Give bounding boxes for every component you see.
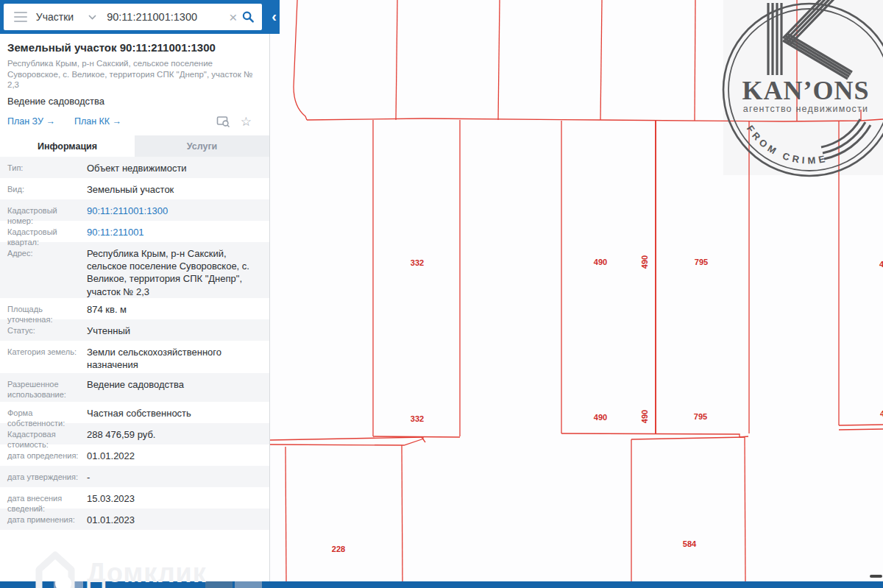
info-row: Тип:Объект недвижимости (0, 157, 269, 178)
info-value-link[interactable]: 90:11:211001 (87, 221, 152, 242)
info-row: Форма собственности:Частная собственност… (0, 402, 269, 423)
collapse-panel-chevron-icon[interactable]: ‹ (272, 9, 277, 24)
info-label: Кадастровая стоимость: (0, 423, 87, 444)
info-row: Вид:Земельный участок (0, 178, 269, 199)
info-value: 01.01.2023 (87, 509, 142, 530)
parcel-area-label: 584 (683, 539, 697, 548)
info-value: Земли сельскохозяйственного назначения (87, 341, 269, 373)
favorite-star-icon[interactable]: ☆ (241, 116, 252, 128)
info-row: дата внесения сведений:15.03.2023 (0, 487, 269, 509)
info-label: Категория земель: (0, 341, 87, 373)
info-value-link[interactable]: 90:11:211001:1300 (87, 199, 175, 221)
panel-tabs: Информация Услуги (0, 135, 269, 157)
info-label: Разрешенное использование: (0, 373, 87, 402)
search-icon[interactable] (241, 9, 255, 25)
parcel-area-label: 490 (594, 413, 607, 422)
object-attributes-table: Тип:Объект недвижимостиВид:Земельный уча… (0, 157, 269, 530)
parcel-area-label: 332 (411, 258, 424, 267)
info-value: Республика Крым, р-н Сакский, сельское п… (87, 242, 269, 298)
object-usage: Ведение садоводства (7, 96, 262, 107)
parcel-area-labels: 33249049079543324904907954228584 (332, 255, 883, 553)
info-value: 288 476,59 руб. (87, 423, 163, 444)
plan-links-row: План ЗУ → План КК → ☆ (7, 114, 262, 129)
search-input[interactable] (107, 11, 224, 23)
domclick-watermark-text: Домклик (87, 558, 207, 588)
info-row: Площадь уточненная:874 кв. м (0, 298, 269, 319)
parcel-area-label: 490 (594, 258, 607, 266)
info-value: Частная собственность (87, 402, 199, 423)
domclick-watermark: Домклик (34, 549, 207, 588)
parcel-area-label: 228 (332, 545, 345, 553)
parcel-area-label: 4 (880, 409, 883, 418)
page-title: Земельный участок 90:11:211001:1300 (7, 41, 262, 54)
info-label: Адрес: (0, 242, 87, 298)
info-row: Адрес:Республика Крым, р-н Сакский, сель… (0, 242, 269, 298)
parcel-area-label: 490 (640, 255, 649, 269)
header-icons: ☆ (216, 116, 252, 128)
object-address: Республика Крым, р-н Сакский, сельское п… (7, 58, 258, 91)
menu-hamburger-icon[interactable] (14, 10, 27, 24)
info-row: дата утверждения:- (0, 466, 269, 487)
info-label: Кадастровый квартал: (0, 221, 87, 242)
info-label: дата применения: (0, 509, 87, 530)
chevron-down-icon (88, 15, 96, 20)
info-value: Учтенный (87, 319, 138, 341)
info-value: 15.03.2023 (87, 487, 142, 509)
info-value: 874 кв. м (87, 298, 134, 319)
info-row: Кадастровый номер:90:11:211001:1300 (0, 199, 269, 221)
app-window: 33249049079543324904907954228584 KAN’ONS… (0, 0, 883, 588)
info-label: Вид: (0, 178, 87, 199)
info-label: Площадь уточненная: (0, 298, 87, 319)
info-row: Категория земель:Земли сельскохозяйствен… (0, 341, 269, 373)
info-value: Ведение садоводства (87, 373, 191, 402)
tab-services[interactable]: Услуги (135, 135, 269, 157)
info-row: Разрешенное использование:Ведение садово… (0, 373, 269, 402)
bottom-bar-segment[interactable] (235, 581, 262, 588)
info-value: Объект недвижимости (87, 157, 194, 178)
plan-zu-link[interactable]: План ЗУ → (7, 116, 55, 127)
search-category-select[interactable]: Участки (36, 11, 96, 23)
info-value: Земельный участок (87, 178, 181, 199)
info-label: Статус: (0, 319, 87, 341)
info-label: дата определения: (0, 444, 87, 466)
horizontal-scrollbar-thumb[interactable] (870, 575, 882, 578)
info-label: Форма собственности: (0, 402, 87, 423)
search-category-label: Участки (36, 11, 74, 23)
info-label: дата утверждения: (0, 466, 87, 487)
info-label: дата внесения сведений: (0, 487, 87, 509)
info-value: - (87, 466, 97, 487)
parcel-area-label: 332 (411, 414, 424, 423)
info-row: Статус:Учтенный (0, 319, 269, 341)
info-value: 01.01.2022 (87, 444, 142, 466)
info-label: Тип: (0, 157, 87, 178)
tab-information[interactable]: Информация (0, 135, 135, 157)
info-label: Кадастровый номер: (0, 199, 87, 221)
parcel-area-label: 490 (640, 410, 649, 423)
parcel-area-label: 795 (695, 258, 708, 266)
info-row: дата определения:01.01.2022 (0, 444, 269, 466)
object-header: Земельный участок 90:11:211001:1300 Респ… (0, 34, 269, 129)
plan-kk-link[interactable]: План КК → (74, 116, 121, 127)
info-row: Кадастровый квартал:90:11:211001 (0, 221, 269, 242)
search-header: Участки × ‹ (0, 0, 280, 34)
clear-search-icon[interactable]: × (224, 10, 241, 24)
domclick-house-icon (34, 549, 77, 588)
info-row: дата применения:01.01.2023 (0, 509, 269, 530)
bottom-bar-segment[interactable] (205, 581, 233, 588)
info-row: Кадастровая стоимость:288 476,59 руб. (0, 423, 269, 444)
object-info-panel: Земельный участок 90:11:211001:1300 Респ… (0, 34, 270, 581)
preview-search-icon[interactable] (216, 116, 230, 128)
kanons-brand-text: KAN’ONS (742, 76, 869, 105)
parcel-area-label: 4 (879, 260, 883, 269)
parcel-area-label: 795 (694, 412, 707, 421)
search-box: Участки × (4, 4, 262, 30)
kanons-tagline-text: агентство недвижимости (743, 104, 868, 114)
